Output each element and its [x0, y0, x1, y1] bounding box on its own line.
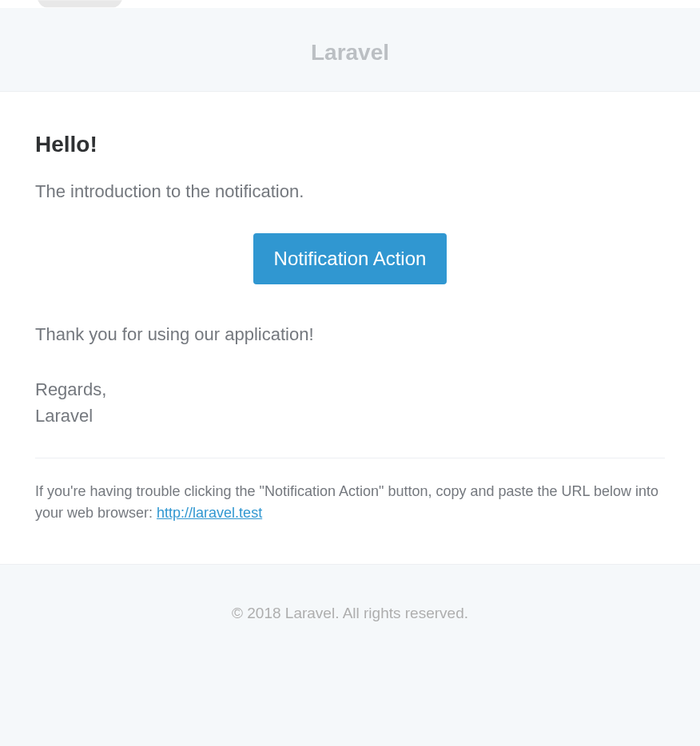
salutation: Regards, Laravel [35, 376, 665, 429]
greeting: Hello! [35, 132, 665, 157]
subcopy-url-link[interactable]: http://laravel.test [157, 505, 262, 521]
notification-action-button[interactable]: Notification Action [253, 233, 447, 284]
divider [35, 458, 665, 458]
intro-line: The introduction to the notification. [35, 180, 665, 204]
subcopy: If you're having trouble clicking the "N… [35, 481, 665, 524]
browser-tab-icon [38, 0, 122, 7]
app-name: Laravel [0, 40, 700, 65]
subcopy-text: If you're having trouble clicking the "N… [35, 483, 658, 521]
copyright-text: © 2018 Laravel. All rights reserved. [0, 605, 700, 622]
action-row: Notification Action [35, 233, 665, 284]
salutation-regards: Regards, [35, 379, 106, 399]
email-body: Hello! The introduction to the notificat… [0, 92, 700, 565]
browser-tab-chrome [0, 0, 700, 8]
email-header: Laravel [0, 8, 700, 92]
salutation-name: Laravel [35, 406, 93, 426]
email-footer: © 2018 Laravel. All rights reserved. [0, 565, 700, 670]
outro-line: Thank you for using our application! [35, 323, 665, 347]
